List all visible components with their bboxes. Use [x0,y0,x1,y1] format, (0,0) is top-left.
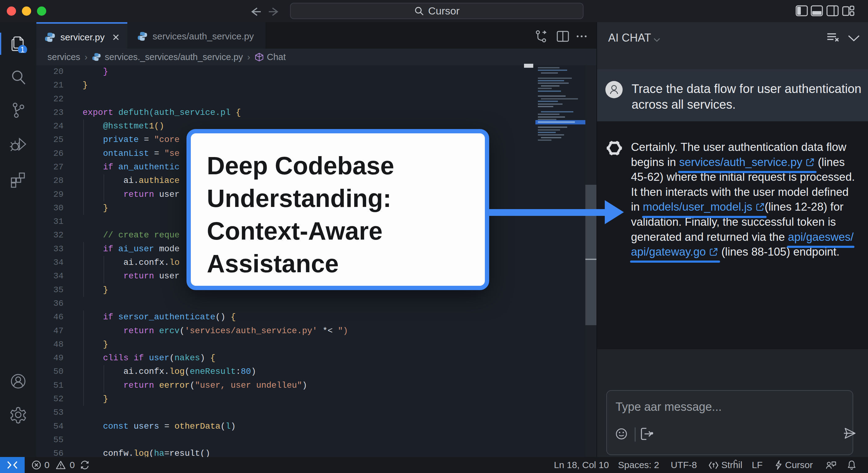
svg-text:1: 1 [20,45,25,53]
